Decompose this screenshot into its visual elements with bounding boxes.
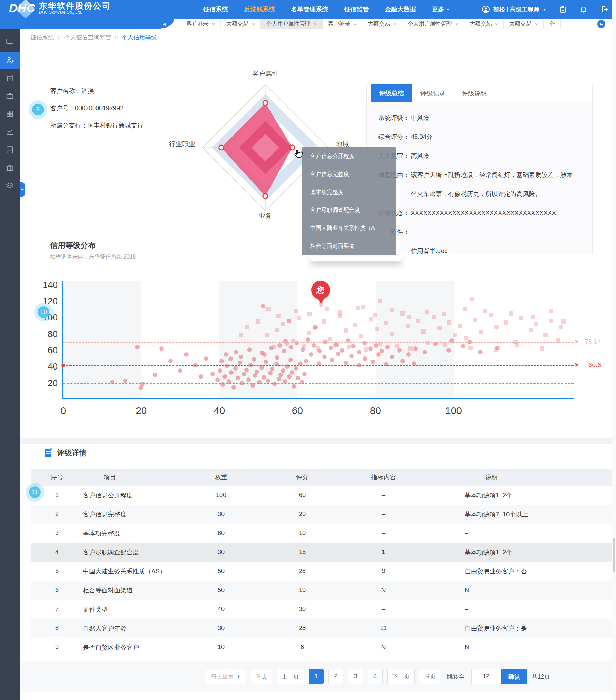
you-marker-dot — [320, 305, 322, 307]
close-icon[interactable]: × — [535, 21, 538, 27]
tabs-scroll-right-button[interactable]: ▶ — [597, 20, 605, 28]
scatter-point — [123, 379, 127, 383]
close-icon[interactable]: × — [394, 21, 396, 27]
per-page-select[interactable]: 每页显示 ▼ — [206, 669, 246, 684]
sidebar-collapse-handle[interactable]: ◀ — [20, 182, 25, 197]
sidebar-item-user-edit[interactable] — [0, 52, 20, 69]
dropdown-item-4[interactable]: 客户尽职调查配合度 — [302, 201, 396, 219]
sidebar-item-grid[interactable] — [0, 105, 20, 123]
table-row[interactable]: 9是否自贸区业务客户106NN — [31, 638, 615, 657]
scatter-point — [489, 313, 493, 317]
page-button-4[interactable]: 4 — [368, 669, 383, 684]
tab-8[interactable]: 大额交易× — [504, 19, 543, 29]
table-row[interactable]: 7证件类型4030–– — [31, 600, 615, 619]
first-page-button[interactable]: 首页 — [251, 669, 272, 684]
sidebar-item-bank[interactable] — [0, 159, 20, 177]
close-icon[interactable]: × — [314, 21, 316, 27]
scatter-point — [184, 352, 189, 357]
table-cell: 15 — [263, 543, 342, 562]
page-button-2[interactable]: 2 — [328, 669, 343, 684]
y-axis-tick: 80 — [33, 329, 58, 339]
scatter-point — [384, 321, 388, 325]
tab-label: 客户补录 — [328, 20, 350, 28]
breadcrumb-item-1[interactable]: 征信系统 — [30, 34, 54, 41]
bell-icon[interactable] — [579, 5, 588, 13]
table-row[interactable]: 1客户信息公开程度10060–基本项缺项1–2个 — [31, 486, 615, 505]
scrollbar-thumb[interactable] — [613, 538, 615, 572]
confirm-button[interactable]: 确认 — [501, 669, 527, 684]
scatter-point — [283, 379, 287, 384]
radar-axis-top: 客户属性 — [241, 69, 290, 78]
jump-page-input[interactable] — [471, 669, 501, 684]
prev-page-button[interactable]: 上一页 — [277, 669, 304, 684]
close-icon[interactable]: × — [212, 21, 215, 27]
last-page-button[interactable]: 尾页 — [419, 669, 440, 684]
nav-item-3[interactable]: 名单管理系统 — [291, 5, 328, 13]
next-page-button[interactable]: 下一页 — [387, 669, 415, 684]
clipboard-icon[interactable] — [559, 5, 567, 13]
sidebar-item-layers[interactable] — [0, 177, 20, 195]
rating-field-value: XXXXXXXXXXXXXXXXXXXXXXXXXXXXXXXXXXX — [411, 204, 556, 223]
dropdown-item-2[interactable]: 客户信息完整度 — [302, 165, 396, 183]
close-icon[interactable]: × — [252, 21, 255, 27]
scatter-point — [458, 324, 462, 328]
rating-tab-3[interactable]: 评级说明 — [454, 84, 495, 102]
nav-item-1[interactable]: 征信系统 — [203, 5, 228, 13]
tab-4[interactable]: 客户补录× — [323, 19, 362, 29]
user-menu[interactable]: 靳松 | 高级工程师 ▼ — [482, 5, 546, 13]
tab-1[interactable]: 客户补录× — [181, 19, 221, 29]
rating-tab-2[interactable]: 评级记录 — [412, 84, 454, 102]
table-header-row: 序号项目权重评分指标内容说明 — [31, 469, 615, 486]
breadcrumb-item-2[interactable]: 个人征信查询监管 — [64, 34, 111, 41]
table-row[interactable]: 5中国大陆业务关系性质（AS）50289自由贸易业务客户：否 — [31, 562, 615, 581]
table-row[interactable]: 3基本项完整度6010–– — [31, 524, 615, 543]
table-cell: 自由贸易业务客户：否 — [425, 562, 615, 581]
table-cell: – — [425, 600, 615, 619]
sidebar-item-archive[interactable] — [0, 69, 20, 87]
scatter-point — [224, 352, 228, 357]
scatter-point — [369, 317, 373, 321]
sidebar-item-book[interactable] — [0, 141, 20, 159]
dropdown-item-6[interactable]: 柜台等面对面渠道 — [302, 237, 396, 255]
tab-label: 大额交易 — [509, 20, 531, 28]
nav-item-2[interactable]: 反洗钱系统 — [244, 5, 275, 13]
sidebar-item-monitor[interactable] — [0, 34, 20, 52]
logout-icon[interactable] — [600, 5, 608, 13]
tab-5[interactable]: 大额交易× — [362, 19, 402, 29]
close-icon[interactable]: × — [354, 21, 357, 27]
breadcrumb-item-3[interactable]: 个人信用等级 — [122, 34, 157, 41]
tab-2[interactable]: 大额交易× — [221, 19, 260, 29]
dropdown-item-5[interactable]: 中国大陆业务关系性质（A — [302, 219, 396, 237]
rating-tab-1[interactable]: 评级总结 — [371, 84, 412, 102]
dropdown-item-1[interactable]: 客户信息公开程度 — [302, 147, 396, 165]
app-logo[interactable]: DHC 东华软件股份公司 DHC Software Co., Ltd. — [9, 1, 111, 15]
sidebar-item-briefcase[interactable] — [0, 87, 20, 105]
tab-6[interactable]: 个人用户属性管理× — [402, 19, 464, 29]
nav-item-4[interactable]: 征信监管 — [344, 5, 369, 13]
page-button-3[interactable]: 3 — [348, 669, 363, 684]
table-row[interactable]: 8自然人客户年龄302811自由贸易业务客户：是 — [31, 619, 615, 638]
nav-item-6[interactable]: 更多▼ — [432, 5, 450, 13]
table-row[interactable]: 6柜台等面对面渠道5019NN — [31, 581, 615, 600]
close-icon[interactable]: × — [455, 21, 458, 27]
tab-3[interactable]: 个人用户属性管理× — [260, 19, 322, 29]
table-row[interactable]: 4客户尽职调查配合度30151基本项缺项1–2个 — [31, 543, 615, 562]
page-button-1[interactable]: 1 — [309, 669, 324, 684]
table-row[interactable]: 2客户信息完整度3020–基本项缺项7–10个以上 — [31, 505, 615, 524]
dropdown-item-3[interactable]: 基本项完整度 — [302, 183, 396, 201]
close-icon[interactable]: × — [495, 21, 498, 27]
rating-field-value: 45.94分 — [411, 128, 433, 147]
tab-9[interactable]: 个 — [544, 19, 561, 29]
table-cell: 客户信息公开程度 — [83, 486, 180, 505]
nav-item-5[interactable]: 金融大数据 — [385, 5, 416, 13]
tab-7[interactable]: 大额交易× — [464, 19, 504, 29]
customer-info: 客户名称：潘强 客户号：00020000197992 所属分支行：国丰村银行新城… — [50, 82, 143, 134]
attachment-file-link[interactable]: 信用背书.doc — [411, 242, 447, 261]
page-scrollbar[interactable] — [612, 0, 616, 700]
scatter-point — [400, 311, 405, 316]
tabs-scroll-left-button[interactable]: ◀ — [160, 20, 168, 28]
logo-mark: DHC — [9, 1, 36, 15]
sidebar-item-chart[interactable] — [0, 123, 20, 141]
scatter-point — [316, 346, 320, 351]
y-axis-tick: 140 — [33, 280, 58, 290]
